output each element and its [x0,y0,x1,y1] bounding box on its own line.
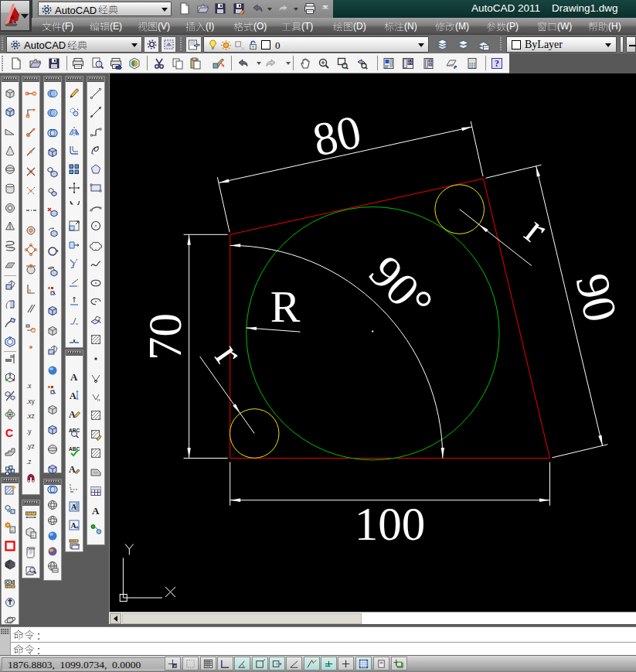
svg-text:.xz: .xz [26,412,35,420]
svg-text:.x: .x [26,382,32,390]
svg-text:A: A [69,464,76,475]
svg-text:.z: .z [26,458,32,466]
svg-text:r: r [517,207,556,252]
svg-text:C: C [5,427,13,439]
svg-text:100: 100 [355,498,426,550]
svg-text:A: A [92,505,100,517]
svg-text:.yz: .yz [26,442,35,450]
svg-text:R: R [270,281,301,332]
svg-text:90°: 90° [359,246,443,329]
svg-text:?: ? [495,58,499,69]
svg-text:90: 90 [566,269,627,327]
svg-text:A: A [70,391,77,401]
svg-text:A: A [71,521,77,530]
svg-text:80: 80 [308,105,366,166]
svg-text:70: 70 [139,313,191,360]
svg-text:n: n [97,397,100,402]
svg-text:r: r [206,335,252,373]
svg-text:.y: .y [26,428,32,435]
svg-text:A: A [70,371,78,383]
svg-text:.xy: .xy [26,397,36,405]
svg-text:A: A [69,409,76,420]
